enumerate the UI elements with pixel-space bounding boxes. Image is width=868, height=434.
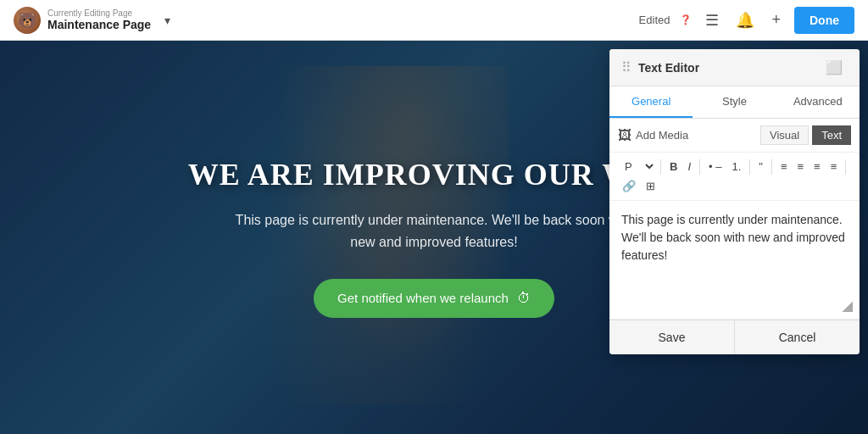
chevron-down-button[interactable]: ▾ — [158, 10, 177, 31]
align-right-button[interactable]: ≡ — [810, 158, 825, 175]
list-button[interactable]: ☰ — [702, 8, 722, 33]
paragraph-select[interactable]: P H1 H2 — [618, 158, 656, 175]
page-label: Currently Editing Page — [47, 8, 151, 18]
page-name: Maintenance Page — [47, 18, 151, 31]
drag-handle-icon[interactable]: ⠿ — [621, 59, 632, 75]
editor-content-area[interactable]: This page is currently under maintenance… — [609, 201, 860, 320]
tab-general[interactable]: General — [609, 86, 693, 118]
topbar-right: Edited ❓ ☰ 🔔 + Done — [639, 7, 854, 34]
sub-text: This page is currently under maintenance… — [222, 209, 646, 253]
separator4 — [771, 159, 772, 175]
editor-title: Text Editor — [638, 61, 699, 75]
align-center-button[interactable]: ≡ — [793, 158, 808, 175]
add-media-button[interactable]: 🖼 Add Media — [618, 128, 688, 143]
align-justify-button[interactable]: ≡ — [826, 158, 842, 175]
separator — [660, 159, 661, 175]
unordered-list-button[interactable]: • – — [704, 158, 726, 175]
cta-button[interactable]: Get notified when we relaunch ⏱ — [314, 279, 554, 318]
blockquote-button[interactable]: " — [754, 158, 767, 175]
text-editor-panel: ⠿ Text Editor ⬜ General Style Advanced 🖼… — [609, 49, 860, 354]
align-left-button[interactable]: ≡ — [776, 158, 792, 175]
view-tabs: Visual Text — [760, 125, 851, 145]
bold-button[interactable]: B — [665, 158, 682, 175]
bell-icon: 🔔 — [736, 12, 754, 29]
separator3 — [749, 159, 750, 175]
page-canvas: WE ARE IMPROVING OUR WE... This page is … — [0, 41, 868, 434]
table-button[interactable]: ⊞ — [642, 177, 659, 195]
cancel-button[interactable]: Cancel — [735, 320, 860, 354]
cta-label: Get notified when we relaunch — [337, 291, 509, 305]
done-button[interactable]: Done — [794, 7, 854, 34]
clock-icon: ⏱ — [517, 291, 531, 306]
site-logo — [14, 7, 41, 34]
save-button[interactable]: Save — [609, 320, 735, 354]
add-media-label: Add Media — [636, 129, 688, 142]
separator2 — [699, 159, 700, 175]
editor-tabs: General Style Advanced — [609, 86, 860, 119]
add-media-icon: 🖼 — [618, 128, 632, 143]
edited-help-icon: ❓ — [680, 14, 692, 25]
minimize-icon: ⬜ — [826, 60, 843, 75]
format-bar: P H1 H2 B I • – 1. " ≡ ≡ ≡ ≡ 🔗 ⊞ — [609, 153, 860, 201]
editor-text: This page is currently under maintenance… — [621, 213, 845, 262]
bell-button[interactable]: 🔔 — [732, 8, 758, 33]
link-button[interactable]: 🔗 — [618, 177, 640, 195]
text-view-button[interactable]: Text — [812, 125, 851, 145]
plus-icon: + — [771, 11, 781, 28]
add-button[interactable]: + — [768, 8, 784, 32]
visual-view-button[interactable]: Visual — [760, 125, 809, 145]
tab-style[interactable]: Style — [693, 86, 776, 118]
separator5 — [845, 159, 846, 175]
edited-status: Edited — [639, 14, 670, 26]
editor-header: ⠿ Text Editor ⬜ — [609, 49, 860, 86]
editor-title-row: ⠿ Text Editor — [621, 59, 699, 75]
page-info: Currently Editing Page Maintenance Page — [47, 8, 151, 31]
editor-footer: Save Cancel — [609, 320, 860, 354]
editor-toolbar: 🖼 Add Media Visual Text — [609, 119, 860, 153]
list-icon: ☰ — [705, 12, 719, 29]
chevron-down-icon: ▾ — [164, 14, 170, 27]
tab-advanced[interactable]: Advanced — [776, 86, 860, 118]
ordered-list-button[interactable]: 1. — [727, 158, 745, 175]
logo-area: Currently Editing Page Maintenance Page … — [14, 7, 639, 34]
minimize-button[interactable]: ⬜ — [821, 58, 848, 77]
italic-button[interactable]: I — [683, 158, 695, 175]
top-bar: Currently Editing Page Maintenance Page … — [0, 0, 868, 41]
